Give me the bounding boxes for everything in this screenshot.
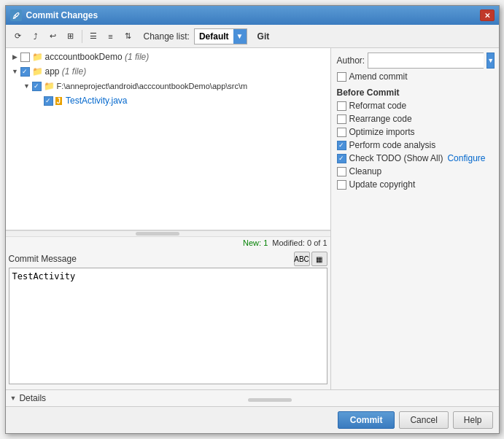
dialog-icon: 🖊 xyxy=(10,9,22,21)
checkbox-path[interactable] xyxy=(32,82,42,91)
commit-msg-header: Commit Message ABC ▦ xyxy=(9,252,327,266)
checkbox-app[interactable] xyxy=(20,67,30,77)
checkbox-accountbook[interactable] xyxy=(20,53,30,62)
label-perform: Perform code analysis xyxy=(349,140,436,150)
option-todo[interactable]: Check TODO (Show All) Configure xyxy=(337,153,493,163)
folder-icon-path: 📁 xyxy=(44,81,55,91)
title-bar-left: 🖊 Commit Changes xyxy=(10,9,98,21)
checkbox-testactivity[interactable] xyxy=(44,96,53,106)
option-reformat[interactable]: Reformat code xyxy=(337,101,493,111)
checkbox-cleanup[interactable] xyxy=(337,167,346,176)
before-commit-title: Before Commit xyxy=(337,88,493,98)
changelist-arrow-icon[interactable]: ▼ xyxy=(233,29,247,44)
tree-item-accountbook[interactable]: ▶ 📁 acccountbookDemo (1 file) xyxy=(6,50,330,64)
expand-accountbook[interactable]: ▶ xyxy=(10,52,20,62)
expand-testactivity xyxy=(34,96,44,106)
checkbox-perform[interactable] xyxy=(337,141,346,150)
tree-label-path: F:\anneproject\android\acccountbookDemo\… xyxy=(57,82,248,90)
checkbox-todo[interactable] xyxy=(337,154,346,163)
commit-msg-label: Commit Message xyxy=(9,254,77,264)
status-modified: Modified: 0 of 1 xyxy=(272,238,327,247)
tree-meta-app: (1 file) xyxy=(60,66,87,77)
configure-link[interactable]: Configure xyxy=(447,153,485,163)
commit-message-section: Commit Message ABC ▦ xyxy=(6,249,330,389)
toolbar-btn-7[interactable]: ⇅ xyxy=(120,28,136,44)
folder-icon-accountbook: 📁 xyxy=(32,52,43,62)
amend-label: Amend commit xyxy=(349,71,408,82)
amend-checkbox[interactable] xyxy=(337,72,346,82)
status-new: New: 1 xyxy=(243,238,268,247)
help-button[interactable]: Help xyxy=(453,411,493,429)
tree-item-path[interactable]: ▼ 📁 F:\anneproject\android\acccountbookD… xyxy=(6,79,330,93)
author-dropdown-btn[interactable]: ▼ xyxy=(486,53,495,69)
spell-check-btn[interactable]: ABC xyxy=(294,252,310,266)
tree-item-testactivity[interactable]: J TestActivity.java xyxy=(6,93,330,108)
tree-meta-accountbook: (1 file) xyxy=(123,52,150,62)
tree-item-app[interactable]: ▼ 📁 app (1 file) xyxy=(6,64,330,79)
label-rearrange: Rearrange code xyxy=(349,114,412,124)
details-section: ▼ Details xyxy=(6,389,499,406)
option-cleanup[interactable]: Cleanup xyxy=(337,166,493,176)
changelist-value: Default xyxy=(195,31,233,42)
commit-msg-actions: ABC ▦ xyxy=(294,252,327,266)
main-content: ▶ 📁 acccountbookDemo (1 file) ▼ 📁 app (1… xyxy=(6,48,499,389)
checkbox-rearrange[interactable] xyxy=(337,114,346,124)
toolbar-btn-6[interactable]: ≡ xyxy=(103,28,119,44)
option-copyright[interactable]: Update copyright xyxy=(337,179,493,190)
commit-msg-action-btn[interactable]: ▦ xyxy=(311,252,327,266)
details-label: Details xyxy=(19,393,46,403)
changelist-dropdown[interactable]: Default ▼ xyxy=(194,28,247,44)
option-rearrange[interactable]: Rearrange code xyxy=(337,114,493,124)
file-tree: ▶ 📁 acccountbookDemo (1 file) ▼ 📁 app (1… xyxy=(6,48,330,230)
details-arrow-icon: ▼ xyxy=(10,395,17,402)
expand-path[interactable]: ▼ xyxy=(22,81,32,91)
toolbar-btn-1[interactable]: ⟳ xyxy=(10,28,26,44)
author-row: Author: ▼ xyxy=(337,53,493,69)
title-bar: 🖊 Commit Changes ✕ xyxy=(6,6,499,25)
changelist-label: Change list: xyxy=(144,31,190,42)
separator-1 xyxy=(82,30,82,43)
checkbox-copyright[interactable] xyxy=(337,180,346,190)
folder-icon-app: 📁 xyxy=(32,66,43,77)
status-bar: New: 1 Modified: 0 of 1 xyxy=(6,236,330,249)
label-cleanup: Cleanup xyxy=(349,166,382,176)
amend-row[interactable]: Amend commit xyxy=(337,71,493,82)
details-scrollbar xyxy=(248,398,292,402)
label-todo: Check TODO (Show All) xyxy=(349,153,443,163)
horizontal-scrollbar[interactable] xyxy=(6,230,330,236)
checkbox-optimize[interactable] xyxy=(337,128,346,137)
toolbar-btn-2[interactable]: ⤴ xyxy=(28,28,44,44)
label-optimize: Optimize imports xyxy=(349,127,415,137)
dialog-title: Commit Changes xyxy=(26,10,98,20)
commit-textarea[interactable] xyxy=(9,268,327,384)
option-perform[interactable]: Perform code analysis xyxy=(337,140,493,150)
toolbar-btn-3[interactable]: ↩ xyxy=(45,28,61,44)
commit-dialog: 🖊 Commit Changes ✕ ⟳ ⤴ ↩ ⊞ ☰ ≡ ⇅ Change … xyxy=(5,5,500,434)
tree-label-testactivity: TestActivity.java xyxy=(66,96,127,106)
tree-label-accountbook: acccountbookDemo xyxy=(45,52,123,62)
checkbox-reformat[interactable] xyxy=(337,101,346,111)
file-icon-testactivity: J xyxy=(55,97,63,105)
commit-button[interactable]: Commit xyxy=(338,411,395,429)
git-label: Git xyxy=(257,31,270,42)
label-reformat: Reformat code xyxy=(349,101,407,111)
details-toggle[interactable]: ▼ Details xyxy=(10,393,47,403)
toolbar-btn-4[interactable]: ⊞ xyxy=(63,28,79,44)
close-button[interactable]: ✕ xyxy=(480,9,495,21)
tree-label-app: app xyxy=(45,66,60,77)
toolbar: ⟳ ⤴ ↩ ⊞ ☰ ≡ ⇅ Change list: Default ▼ Git xyxy=(6,25,499,48)
cancel-button[interactable]: Cancel xyxy=(399,411,448,429)
left-panel: ▶ 📁 acccountbookDemo (1 file) ▼ 📁 app (1… xyxy=(6,48,331,389)
author-input[interactable] xyxy=(368,53,484,69)
option-optimize[interactable]: Optimize imports xyxy=(337,127,493,137)
expand-app[interactable]: ▼ xyxy=(10,66,20,77)
bottom-bar: Commit Cancel Help xyxy=(6,406,499,433)
label-copyright: Update copyright xyxy=(349,179,416,190)
author-label: Author: xyxy=(337,55,365,66)
scroll-thumb xyxy=(136,232,179,236)
toolbar-btn-5[interactable]: ☰ xyxy=(85,28,101,44)
right-panel: Author: ▼ Amend commit Before Commit Ref… xyxy=(331,48,499,389)
